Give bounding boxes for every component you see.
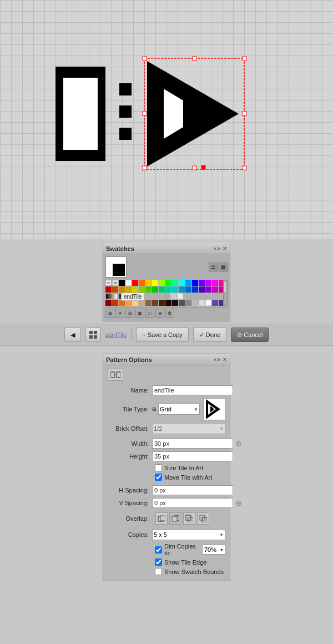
swatch-library-icon[interactable]: ⊟ [125, 309, 134, 318]
back-button[interactable]: ◀ [64, 328, 81, 342]
swatch-scrollbar[interactable] [223, 280, 228, 306]
save-copy-button[interactable]: + Save a Copy [136, 328, 188, 342]
swatch-magenta1[interactable] [212, 280, 218, 286]
list-view-icon[interactable]: ☰ [209, 263, 218, 271]
swatch-orange1[interactable] [139, 280, 145, 286]
swatch-brown2[interactable] [152, 300, 158, 306]
swatch-purple3[interactable] [212, 300, 218, 306]
swatch-lightgreen[interactable] [145, 286, 152, 293]
overlap-row: Overlap: [108, 512, 225, 525]
pencil-icon[interactable]: ✏ [105, 280, 112, 286]
cancel-button[interactable]: ⊘ Cancel [231, 328, 269, 342]
swatch-yellow2[interactable] [152, 280, 158, 286]
swatch-lime1[interactable] [159, 280, 165, 286]
pattern-panel-close-icon[interactable]: ✕ [223, 356, 227, 363]
swatch-green2[interactable] [152, 286, 158, 293]
v-spacing-input[interactable] [152, 498, 233, 508]
name-label: Name: [108, 387, 152, 394]
swatch-olive[interactable] [132, 286, 138, 293]
width-lock-icon[interactable]: ⊕ [235, 439, 242, 448]
swatch-violet1[interactable] [199, 280, 205, 286]
overlap-btn-4[interactable] [197, 512, 209, 525]
swatch-delete-icon[interactable]: 🗑 [165, 309, 174, 318]
swatch-red1[interactable] [132, 280, 138, 286]
swatch-yellowgreen[interactable] [139, 286, 145, 293]
swatch-darkyellow[interactable] [119, 286, 125, 293]
swatch-inner [113, 264, 125, 276]
swatch-teal1[interactable] [159, 286, 165, 293]
swatch-lightgray[interactable] [177, 293, 183, 299]
panel-close-icon[interactable]: ✕ [223, 245, 227, 251]
swatch-white2[interactable] [205, 300, 211, 306]
dim-copies-checkbox[interactable] [155, 546, 162, 554]
swatch-indigo[interactable] [199, 286, 205, 293]
swatch-gray1[interactable] [164, 293, 170, 299]
swatch-green1[interactable] [165, 280, 171, 286]
show-tile-edge-checkbox[interactable] [155, 559, 162, 566]
swatch-mint1[interactable] [172, 280, 178, 286]
swatch-darkgray[interactable] [179, 300, 185, 306]
tile-type-select[interactable]: Grid Brick by Row Brick by Column Hex by… [158, 404, 200, 415]
swatch-nearwhite[interactable] [199, 300, 205, 306]
swatch-verydarkred[interactable] [165, 300, 171, 306]
swatch-white[interactable] [125, 280, 132, 286]
swatch-darkbrown[interactable] [159, 300, 165, 306]
size-tile-checkbox[interactable] [155, 464, 162, 471]
swatch-darkorange[interactable] [112, 286, 118, 293]
fill-icon[interactable]: ⊕ [112, 280, 118, 286]
swatch-purple2[interactable] [205, 286, 211, 293]
dim-copies-select[interactable]: 70% 50% 30% [202, 545, 225, 555]
move-tile-checkbox[interactable] [155, 474, 162, 481]
swatch-darkmagenta[interactable] [212, 286, 218, 293]
swatch-new-icon[interactable]: □ [145, 309, 154, 318]
copies-select[interactable]: 5 x 5 3 x 3 1 x 1 [152, 529, 225, 540]
pattern-panel-title: Pattern Options [106, 356, 152, 363]
overlap-btn-3[interactable] [183, 512, 195, 525]
swatch-darkblue[interactable] [192, 286, 198, 293]
swatch-blue2[interactable] [192, 280, 198, 286]
scrollbar-thumb[interactable] [224, 281, 227, 293]
copies-select-wrapper: 5 x 5 3 x 3 1 x 1 ▼ [152, 529, 225, 540]
swatch-gold[interactable] [125, 286, 132, 293]
swatch-maroon[interactable] [105, 300, 112, 306]
v-spacing-link-icon[interactable]: ⊕ [235, 499, 242, 507]
swatch-fg-bg[interactable] [105, 256, 127, 278]
done-button[interactable]: ✓ Done [193, 328, 226, 342]
name-input[interactable] [152, 385, 233, 395]
swatch-darkred[interactable] [105, 286, 112, 293]
swatch-midgray[interactable] [185, 300, 191, 306]
width-input[interactable] [152, 439, 233, 449]
svg-rect-16 [243, 166, 246, 170]
swatch-folder-icon[interactable]: ▦ [135, 309, 144, 318]
swatch-gray2[interactable] [170, 293, 176, 299]
h-spacing-input[interactable] [152, 485, 233, 495]
svg-rect-31 [172, 516, 177, 521]
grid-view-icon[interactable]: ▦ [219, 263, 228, 271]
swatch-black[interactable] [119, 280, 125, 286]
swatch-darkcyan[interactable] [172, 286, 178, 293]
swatch-yellow1[interactable] [145, 280, 152, 286]
swatch-gradient[interactable] [105, 293, 118, 299]
swatch-teal2[interactable] [165, 286, 171, 293]
swatch-brown1[interactable] [145, 300, 152, 306]
swatch-brick[interactable] [112, 300, 118, 306]
height-input[interactable] [152, 451, 233, 461]
swatch-add-icon[interactable]: ⊕ [155, 309, 164, 318]
swatch-eyedrop-icon[interactable]: ✦ [115, 309, 124, 318]
swatch-cyan1[interactable] [179, 280, 185, 286]
swatch-royalblue[interactable] [185, 286, 191, 293]
tile-name-label[interactable]: startTile [105, 331, 127, 338]
pattern-icon-btn-1[interactable] [108, 369, 123, 381]
swatch-lightgray2[interactable] [192, 300, 198, 306]
toolbar-divider [131, 329, 132, 340]
swatch-nearblack[interactable] [172, 300, 178, 306]
overlap-btn-2[interactable] [169, 512, 181, 525]
show-swatch-bounds-checkbox[interactable] [155, 568, 162, 575]
swatch-menu-icon[interactable]: ⊞ [105, 309, 114, 318]
overlap-btn-1[interactable] [155, 512, 168, 525]
swatch-purple1[interactable] [205, 280, 211, 286]
swatch-steel[interactable] [179, 286, 185, 293]
brick-offset-select[interactable]: 1/2 1/3 1/4 [152, 423, 225, 434]
swatch-blue1[interactable] [185, 280, 191, 286]
tile-icon-button[interactable] [85, 328, 101, 342]
